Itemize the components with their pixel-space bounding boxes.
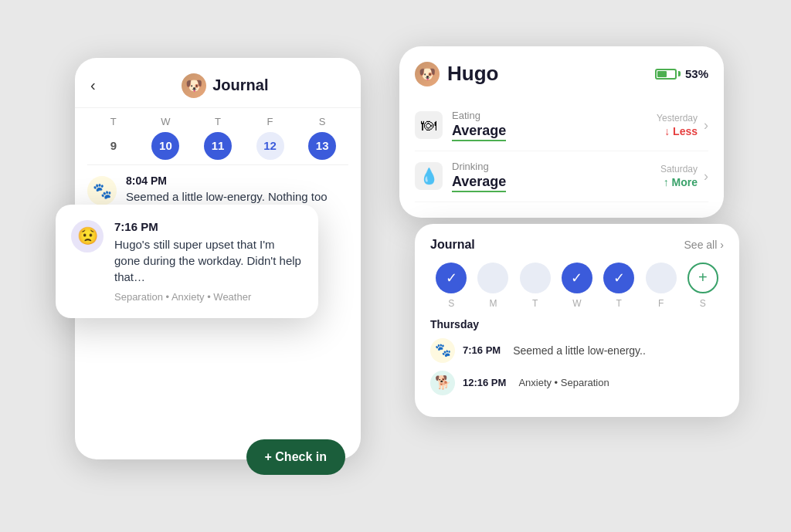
list-item[interactable]: 🐕 12:16 PM Anxiety • Separation: [430, 371, 724, 395]
journal-header: ‹ 🐶 Journal: [75, 58, 361, 108]
drinking-metric-right: Saturday ↑ More: [660, 164, 698, 188]
eating-label: Eating: [452, 110, 506, 121]
day-col-w[interactable]: W 10: [151, 116, 179, 160]
avatar: 🐶: [415, 62, 440, 86]
circle-item-m[interactable]: M: [477, 263, 508, 309]
drinking-metric-content: Drinking Average: [452, 161, 506, 192]
profile-header: 🐶 Hugo 53%: [415, 62, 708, 86]
eating-change: ↓ Less: [657, 125, 698, 137]
see-all-label: See all: [684, 239, 718, 251]
avatar: 🐶: [182, 73, 206, 98]
eating-metric-right: Yesterday ↓ Less: [657, 113, 698, 137]
mini-icon-dog: 🐕: [430, 371, 455, 395]
plus-icon: +: [698, 269, 708, 286]
journal-title: Journal: [212, 76, 268, 94]
circle-day: +: [687, 263, 718, 293]
circle-day: [646, 263, 677, 293]
circle-day: ✓: [436, 263, 467, 293]
floating-text: Hugo's still super upset that I'm gone d…: [114, 236, 303, 285]
day-section-label: Thursday: [430, 318, 724, 330]
floating-icon: 😟: [71, 220, 104, 252]
battery-fill: [657, 71, 667, 77]
section-header: Journal See all ›: [430, 238, 724, 252]
journal-title-wrap: 🐶 Journal: [105, 73, 345, 98]
circle-day: [477, 263, 508, 293]
check-icon: ✓: [571, 269, 582, 286]
circle-label: W: [572, 298, 581, 309]
battery-wrap: 53%: [655, 67, 708, 80]
entry-time: 8:04 PM: [126, 175, 348, 187]
circle-item-f[interactable]: F: [646, 263, 677, 309]
back-button[interactable]: ‹: [90, 76, 96, 94]
see-all-chevron-icon: ›: [720, 239, 724, 251]
circle-item-w[interactable]: ✓ W: [562, 263, 592, 309]
battery-tip: [678, 71, 681, 76]
drinking-value: Average: [452, 174, 506, 192]
right-phone-container: 🐶 Hugo 53% 🍽 Eating Average: [399, 46, 724, 486]
chevron-right-icon: ›: [704, 168, 708, 185]
drinking-label: Drinking: [452, 161, 506, 172]
battery-body: [655, 69, 677, 80]
floating-entry-row: 😟 7:16 PM Hugo's still super upset that …: [71, 220, 303, 303]
circle-item-s2[interactable]: + S: [687, 263, 718, 309]
check-icon: ✓: [446, 269, 457, 286]
list-item[interactable]: 🐾 7:16 PM Seemed a little low-energy..: [430, 338, 724, 363]
circle-label: S: [700, 298, 706, 309]
drinking-metric-row[interactable]: 💧 Drinking Average Saturday ↑ More ›: [415, 151, 708, 202]
circle-label: F: [658, 298, 664, 309]
floating-content: 7:16 PM Hugo's still super upset that I'…: [114, 220, 303, 303]
drinking-icon: 💧: [415, 162, 443, 190]
day-label: S: [319, 116, 326, 127]
battery-percentage: 53%: [685, 67, 708, 80]
week-circles: ✓ S M T ✓ W ✓ T: [430, 263, 724, 309]
battery-icon: [655, 69, 681, 80]
mini-tags: Anxiety • Separation: [518, 377, 609, 388]
circle-item-s1[interactable]: ✓ S: [436, 263, 467, 309]
checkin-button[interactable]: + Check in: [246, 439, 345, 475]
floating-entry-card: 😟 7:16 PM Hugo's still super upset that …: [56, 205, 318, 318]
day-label: F: [267, 116, 273, 127]
see-all-link[interactable]: See all ›: [684, 239, 724, 251]
journal-section-title: Journal: [430, 238, 475, 252]
circle-day: ✓: [603, 263, 634, 293]
circle-label: T: [616, 298, 622, 309]
day-col-t2[interactable]: T 11: [204, 116, 232, 160]
circle-day: ✓: [562, 263, 592, 293]
circle-item-t1[interactable]: T: [520, 263, 551, 309]
circle-label: T: [532, 298, 538, 309]
circle-day: [520, 263, 551, 293]
eating-icon: 🍽: [415, 111, 443, 139]
day-col-s[interactable]: S 13: [308, 116, 336, 160]
drinking-date: Saturday: [660, 164, 698, 175]
mini-time: 12:16 PM: [463, 377, 506, 388]
week-row: T 9 W 10 T 11 F 12 S 13: [75, 108, 361, 164]
day-col-t1[interactable]: T 9: [100, 116, 127, 160]
eating-date: Yesterday: [657, 113, 698, 124]
day-col-f[interactable]: F 12: [256, 116, 284, 160]
chevron-right-icon: ›: [704, 117, 708, 134]
day-num[interactable]: 9: [100, 132, 127, 160]
profile-card: 🐶 Hugo 53% 🍽 Eating Average: [399, 46, 724, 218]
left-phone-container: ‹ 🐶 Journal T 9 W 10 T 11: [67, 42, 368, 490]
floating-tags: Separation • Anxiety • Weather: [114, 291, 303, 303]
day-num[interactable]: 13: [308, 132, 336, 160]
journal-section-card: Journal See all › ✓ S M T: [415, 224, 739, 417]
day-label: W: [161, 116, 170, 127]
drinking-change: ↑ More: [660, 176, 698, 188]
eating-metric-row[interactable]: 🍽 Eating Average Yesterday ↓ Less ›: [415, 100, 708, 151]
day-label: T: [215, 116, 221, 127]
day-num[interactable]: 10: [151, 132, 179, 160]
check-icon: ✓: [613, 269, 625, 286]
day-label: T: [110, 116, 117, 127]
circle-label: S: [448, 298, 454, 309]
entry-icon-paw: 🐾: [87, 176, 117, 205]
eating-metric-content: Eating Average: [452, 110, 506, 141]
day-num[interactable]: 12: [256, 132, 284, 160]
mini-time: 7:16 PM: [463, 344, 501, 356]
floating-time: 7:16 PM: [114, 220, 303, 233]
mini-icon-paw: 🐾: [430, 338, 455, 363]
circle-label: M: [489, 298, 497, 309]
circle-item-t2[interactable]: ✓ T: [603, 263, 634, 309]
profile-name: Hugo: [447, 62, 647, 86]
day-num[interactable]: 11: [204, 132, 232, 160]
